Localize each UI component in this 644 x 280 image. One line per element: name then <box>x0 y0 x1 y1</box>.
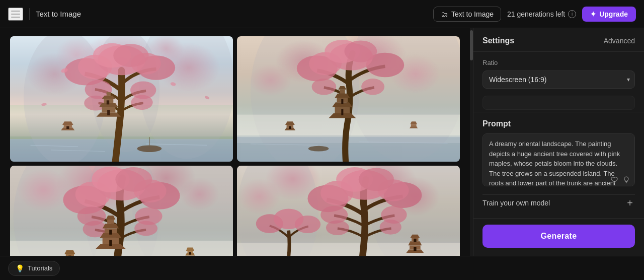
image-card-3[interactable] <box>10 166 233 256</box>
image-card-4[interactable] <box>237 166 460 256</box>
lightbulb-icon-button[interactable] <box>622 175 631 184</box>
topnav-right: 🗂 Text to Image 21 generations left i ✦ … <box>433 7 636 22</box>
advanced-link[interactable]: Advanced <box>604 37 635 45</box>
train-model-row: Train your own model + <box>482 194 635 211</box>
svg-rect-132 <box>414 247 416 251</box>
svg-rect-58 <box>341 99 343 104</box>
prompt-box-wrapper: A dreamy oriental landscape. The paintin… <box>482 133 635 188</box>
prompt-section: Prompt A dreamy oriental landscape. The … <box>473 112 644 218</box>
generate-button[interactable]: Generate <box>482 225 635 248</box>
collection-label: Text to Image <box>451 10 494 18</box>
settings-title: Settings <box>482 36 514 45</box>
svg-rect-95 <box>66 254 74 256</box>
image-svg-3 <box>10 166 233 256</box>
svg-marker-89 <box>103 224 119 228</box>
scroll-thumb <box>470 30 473 60</box>
train-model-plus-button[interactable]: + <box>625 198 635 208</box>
generations-info: 21 generations left i <box>507 10 576 18</box>
svg-rect-65 <box>411 124 417 126</box>
image-card-1[interactable] <box>10 36 233 162</box>
svg-point-123 <box>274 209 303 230</box>
svg-marker-64 <box>410 126 418 128</box>
image-grid-container[interactable] <box>0 28 470 256</box>
svg-rect-90 <box>107 220 114 224</box>
ratio-label: Ratio <box>482 59 635 66</box>
svg-rect-133 <box>414 239 416 242</box>
nav-divider <box>29 8 30 20</box>
topnav: Text to Image 🗂 Text to Image 21 generat… <box>0 0 644 28</box>
folder-icon: 🗂 <box>441 10 448 18</box>
generations-count: 21 generations left <box>507 10 565 18</box>
svg-point-63 <box>308 146 329 152</box>
upgrade-label: Upgrade <box>599 10 628 18</box>
second-setting-row <box>482 96 635 110</box>
heart-icon-button[interactable] <box>610 175 619 184</box>
menu-button[interactable] <box>8 8 23 21</box>
svg-point-104 <box>237 166 318 256</box>
scroll-indicator[interactable] <box>470 28 473 256</box>
svg-rect-55 <box>340 90 345 94</box>
image-svg-2 <box>237 36 460 162</box>
svg-rect-29 <box>66 126 69 129</box>
svg-marker-100 <box>186 248 194 251</box>
svg-rect-62 <box>289 126 291 129</box>
topnav-left: Text to Image <box>8 8 433 21</box>
image-svg-1 <box>10 36 233 162</box>
ratio-select-wrapper: Widescreen (16:9) Square (1:1) Portrait … <box>482 71 635 89</box>
tutorials-label: Tutorials <box>28 264 52 272</box>
settings-header: Settings Advanced <box>473 28 644 52</box>
svg-rect-24 <box>107 110 110 115</box>
prompt-icons-row <box>610 175 631 184</box>
sparkle-icon: ✦ <box>590 10 596 18</box>
svg-point-49 <box>361 79 384 95</box>
ratio-select[interactable]: Widescreen (16:9) Square (1:1) Portrait … <box>482 71 635 89</box>
app-title: Text to Image <box>36 10 81 18</box>
svg-point-119 <box>326 221 349 236</box>
image-card-2[interactable] <box>237 36 460 162</box>
svg-rect-93 <box>109 230 112 234</box>
svg-rect-25 <box>107 100 109 104</box>
svg-point-120 <box>380 220 401 235</box>
image-svg-4 <box>237 166 460 256</box>
settings-panel: Settings Advanced Ratio Widescreen (16:9… <box>473 28 644 256</box>
svg-point-48 <box>312 79 337 95</box>
bulb-icon: 💡 <box>16 264 24 272</box>
image-grid <box>10 36 460 256</box>
prompt-title: Prompt <box>482 119 635 128</box>
svg-rect-106 <box>237 243 460 256</box>
info-icon[interactable]: i <box>568 10 576 18</box>
bottom-bar: 💡 Tutorials <box>0 256 644 280</box>
svg-point-80 <box>115 167 152 192</box>
settings-body: Ratio Widescreen (16:9) Square (1:1) Por… <box>473 52 644 112</box>
main-area: Settings Advanced Ratio Widescreen (16:9… <box>0 28 644 256</box>
train-model-label: Train your own model <box>482 199 550 207</box>
svg-point-17 <box>131 95 152 110</box>
svg-rect-57 <box>341 109 343 115</box>
svg-point-84 <box>134 221 157 236</box>
svg-rect-92 <box>109 240 112 246</box>
upgrade-button[interactable]: ✦ Upgrade <box>582 7 636 22</box>
svg-point-47 <box>344 40 377 62</box>
collection-button[interactable]: 🗂 Text to Image <box>433 7 501 22</box>
svg-point-116 <box>359 168 394 191</box>
svg-rect-23 <box>107 92 111 96</box>
generate-section: Generate <box>473 218 644 256</box>
svg-point-13 <box>113 44 148 67</box>
svg-point-30 <box>137 145 162 152</box>
svg-rect-101 <box>189 252 191 255</box>
svg-rect-3 <box>10 140 233 162</box>
tutorials-button[interactable]: 💡 Tutorials <box>8 261 60 276</box>
